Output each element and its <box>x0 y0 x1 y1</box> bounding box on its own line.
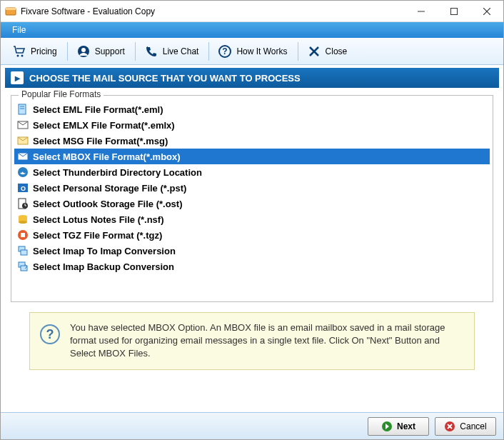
format-label: Select Lotus Notes File (*.nsf) <box>33 214 163 225</box>
format-item-tgz[interactable]: Select TGZ File Format (*.tgz) <box>14 227 490 243</box>
toolbar-separator <box>298 42 298 61</box>
next-button[interactable]: Next <box>368 417 429 436</box>
formats-fieldset: Popular File Formats Select EML File For… <box>11 95 493 302</box>
format-item-imapb[interactable]: Select Imap Backup Conversion <box>14 259 490 274</box>
content-area: Popular File Formats Select EML File For… <box>1 88 503 412</box>
format-item-eml[interactable]: Select EML File Format(*.eml) <box>14 101 490 117</box>
toolbar-separator <box>135 42 136 61</box>
close-window-button[interactable] <box>470 1 503 22</box>
window-title: Fixvare Software - Evaluation Copy <box>21 6 405 16</box>
format-item-msg[interactable]: Select MSG File Format(*.msg) <box>14 133 490 149</box>
format-label: Select Thunderbird Directory Location <box>33 167 202 178</box>
howitworks-label: How It Works <box>236 46 287 56</box>
minimize-button[interactable] <box>405 1 438 22</box>
close-label: Close <box>326 46 348 56</box>
tgz-icon <box>17 229 29 241</box>
headset-icon <box>76 44 91 59</box>
svg-rect-29 <box>21 233 25 237</box>
page-icon: ▸ <box>11 71 24 84</box>
info-text: You have selected MBOX Option. An MBOX f… <box>70 321 464 361</box>
format-item-emlx[interactable]: Select EMLX File Format(*.emlx) <box>14 117 490 133</box>
livechat-button[interactable]: Live Chat <box>137 41 206 61</box>
pst-icon: O <box>17 182 29 194</box>
format-item-nsf[interactable]: Select Lotus Notes File (*.nsf) <box>14 211 490 227</box>
next-label: Next <box>397 421 415 431</box>
toolbar-separator <box>67 42 68 61</box>
pricing-label: Pricing <box>31 46 57 56</box>
app-window: Fixvare Software - Evaluation Copy File … <box>0 0 504 440</box>
svg-text:?: ? <box>223 46 228 56</box>
app-icon <box>5 6 16 17</box>
eml-icon <box>17 104 29 115</box>
livechat-label: Live Chat <box>163 46 199 56</box>
format-label: Select EML File Format(*.eml) <box>33 104 163 115</box>
maximize-button[interactable] <box>438 1 470 22</box>
svg-text:O: O <box>21 185 26 192</box>
svg-point-6 <box>17 54 19 56</box>
imapb-icon <box>17 261 29 272</box>
titlebar: Fixvare Software - Evaluation Copy <box>1 1 503 22</box>
format-item-imap[interactable]: Select Imap To Imap Conversion <box>14 243 490 259</box>
format-label: Select Personal Storage File (*.pst) <box>33 183 186 194</box>
menu-file[interactable]: File <box>6 24 31 36</box>
format-label: Select Imap Backup Conversion <box>33 261 174 272</box>
format-item-pst[interactable]: OSelect Personal Storage File (*.pst) <box>14 180 490 196</box>
info-icon: ? <box>40 324 60 344</box>
formats-list: Select EML File Format(*.eml)Select EMLX… <box>14 101 490 274</box>
svg-point-7 <box>21 54 24 56</box>
nsf-icon <box>17 214 29 225</box>
format-label: Select Outlook Storage File (*.ost) <box>33 199 182 209</box>
format-label: Select EMLX File Format(*.emlx) <box>33 120 175 131</box>
imap-icon <box>17 245 29 256</box>
format-item-tbird[interactable]: Select Thunderbird Directory Location <box>14 164 490 180</box>
phone-icon <box>144 44 158 59</box>
cancel-icon <box>444 421 455 432</box>
msg-icon <box>17 135 29 146</box>
format-label: Select MBOX File Format(*.mbox) <box>33 151 181 162</box>
close-icon <box>307 44 321 59</box>
next-icon <box>381 421 393 432</box>
howitworks-button[interactable]: ? How It Works <box>211 41 294 61</box>
ost-icon <box>17 198 29 209</box>
mbox-icon <box>17 151 29 162</box>
format-label: Select TGZ File Format (*.tgz) <box>33 230 162 241</box>
svg-point-9 <box>81 48 86 52</box>
format-item-mbox[interactable]: Select MBOX File Format(*.mbox) <box>14 149 490 164</box>
info-box: ? You have selected MBOX Option. An MBOX… <box>29 312 475 370</box>
svg-rect-3 <box>451 8 458 14</box>
cancel-label: Cancel <box>460 421 486 431</box>
tbird-icon <box>17 166 29 178</box>
format-label: Select MSG File Format(*.msg) <box>33 136 168 146</box>
svg-rect-14 <box>19 104 26 114</box>
format-label: Select Imap To Imap Conversion <box>33 246 176 256</box>
svg-rect-31 <box>21 250 27 255</box>
pricing-button[interactable]: Pricing <box>5 41 64 61</box>
emlx-icon <box>17 119 29 131</box>
question-icon: ? <box>218 44 232 59</box>
svg-rect-1 <box>6 8 16 10</box>
section-header: ▸ CHOOSE THE MAIL SOURCE THAT YOU WANT T… <box>5 68 499 88</box>
formats-legend: Popular File Formats <box>19 89 104 99</box>
support-label: Support <box>95 46 125 56</box>
cart-icon <box>12 44 26 59</box>
menubar: File <box>1 22 503 38</box>
close-button[interactable]: Close <box>300 41 355 61</box>
support-button[interactable]: Support <box>69 41 132 61</box>
cancel-button[interactable]: Cancel <box>435 417 496 436</box>
format-item-ost[interactable]: Select Outlook Storage File (*.ost) <box>14 196 490 211</box>
toolbar-separator <box>208 42 209 61</box>
toolbar: Pricing Support Live Chat ? How It Works… <box>1 38 503 65</box>
section-title: CHOOSE THE MAIL SOURCE THAT YOU WANT TO … <box>29 73 301 84</box>
svg-point-27 <box>19 221 27 224</box>
footer: Next Cancel <box>1 412 503 439</box>
svg-rect-33 <box>21 266 27 271</box>
